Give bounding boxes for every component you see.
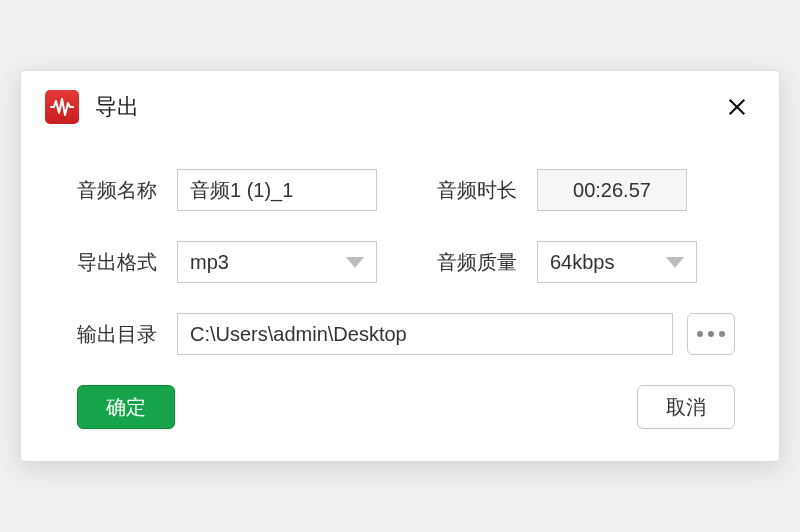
output-dir-value: C:\Users\admin\Desktop [190, 323, 407, 346]
dialog-title: 导出 [95, 92, 719, 122]
format-label: 导出格式 [77, 249, 163, 276]
dialog-content: 音频名称 音频1 (1)_1 音频时长 00:26.57 导出格式 mp3 音频… [21, 133, 779, 461]
duration-value: 00:26.57 [573, 179, 651, 202]
format-value: mp3 [190, 251, 229, 274]
row-output-dir: 输出目录 C:\Users\admin\Desktop [77, 313, 735, 355]
output-dir-input[interactable]: C:\Users\admin\Desktop [177, 313, 673, 355]
chevron-down-icon [346, 257, 364, 268]
cancel-button[interactable]: 取消 [637, 385, 735, 429]
ok-button[interactable]: 确定 [77, 385, 175, 429]
titlebar: 导出 [21, 71, 779, 133]
ellipsis-icon [697, 331, 725, 337]
dialog-footer: 确定 取消 [77, 385, 735, 429]
browse-button[interactable] [687, 313, 735, 355]
duration-display: 00:26.57 [537, 169, 687, 211]
close-icon [726, 96, 748, 118]
cancel-label: 取消 [666, 394, 706, 421]
close-button[interactable] [719, 89, 755, 125]
row-format: 导出格式 mp3 音频质量 64kbps [77, 241, 735, 283]
quality-label: 音频质量 [437, 249, 523, 276]
chevron-down-icon [666, 257, 684, 268]
ok-label: 确定 [106, 394, 146, 421]
export-dialog: 导出 音频名称 音频1 (1)_1 音频时长 00:26.57 导出格式 mp3 [20, 70, 780, 462]
quality-select[interactable]: 64kbps [537, 241, 697, 283]
audio-name-input[interactable]: 音频1 (1)_1 [177, 169, 377, 211]
format-select[interactable]: mp3 [177, 241, 377, 283]
audio-name-value: 音频1 (1)_1 [190, 177, 293, 204]
row-audio-name: 音频名称 音频1 (1)_1 音频时长 00:26.57 [77, 169, 735, 211]
output-dir-label: 输出目录 [77, 321, 163, 348]
audio-name-label: 音频名称 [77, 177, 163, 204]
duration-label: 音频时长 [437, 177, 523, 204]
quality-value: 64kbps [550, 251, 615, 274]
waveform-icon [45, 90, 79, 124]
